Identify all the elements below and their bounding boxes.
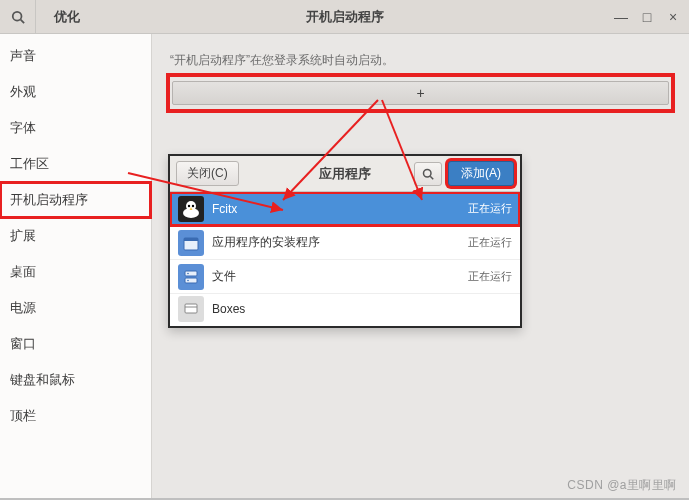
sidebar-item-power[interactable]: 电源 [0,290,151,326]
sidebar-item-label: 顶栏 [10,408,36,423]
sidebar-item-label: 工作区 [10,156,49,171]
app-name-label: Fcitx [212,202,468,216]
add-startup-button[interactable]: + [172,81,669,105]
sidebar-item-label: 声音 [10,48,36,63]
installer-icon [178,230,204,256]
startup-description: “开机启动程序”在您登录系统时自动启动。 [170,52,671,69]
app-name-label: 文件 [212,268,468,285]
sidebar-item-keyboard[interactable]: 键盘和鼠标 [0,362,151,398]
titlebar: 优化 开机启动程序 — □ × [0,0,689,34]
page-title: 开机启动程序 [306,8,384,26]
sidebar-item-extensions[interactable]: 扩展 [0,218,151,254]
sidebar-item-windows[interactable]: 窗口 [0,326,151,362]
app-status-label: 正在运行 [468,235,512,250]
app-status-label: 正在运行 [468,269,512,284]
dialog-header: 关闭(C) 应用程序 添加(A) [170,156,520,192]
sidebar-item-label: 桌面 [10,264,36,279]
svg-rect-12 [185,278,197,283]
search-icon [422,168,434,180]
svg-point-7 [192,204,194,206]
svg-point-14 [187,279,189,281]
sidebar-item-appearance[interactable]: 外观 [0,74,151,110]
svg-line-1 [20,19,24,23]
fcitx-icon [178,196,204,222]
boxes-icon [178,296,204,322]
sidebar: 声音 外观 字体 工作区 开机启动程序 扩展 桌面 电源 窗口 键盘和鼠标 顶栏 [0,34,152,498]
app-row-boxes[interactable]: Boxes [170,294,520,324]
close-button[interactable]: × [667,11,679,23]
sidebar-item-label: 外观 [10,84,36,99]
sidebar-item-topbar[interactable]: 顶栏 [0,398,151,434]
maximize-button[interactable]: □ [641,11,653,23]
svg-point-13 [187,272,189,274]
sidebar-item-startup[interactable]: 开机启动程序 [0,182,151,218]
app-status-label: 正在运行 [468,201,512,216]
dialog-search-button[interactable] [414,162,442,186]
sidebar-item-label: 字体 [10,120,36,135]
sidebar-item-sound[interactable]: 声音 [0,38,151,74]
sidebar-item-label: 开机启动程序 [10,192,88,207]
dialog-title: 应用程序 [319,165,371,183]
app-name: 优化 [36,8,98,26]
sidebar-item-fonts[interactable]: 字体 [0,110,151,146]
dialog-add-button[interactable]: 添加(A) [448,161,514,186]
button-label: 添加(A) [461,166,501,180]
svg-rect-15 [185,304,197,313]
sidebar-item-label: 窗口 [10,336,36,351]
button-label: 关闭(C) [187,166,228,180]
app-chooser-dialog: 关闭(C) 应用程序 添加(A) Fcitx 正在运行 应用程序的安装程序 正在… [168,154,522,328]
app-row-fcitx[interactable]: Fcitx 正在运行 [170,192,520,226]
sidebar-item-label: 扩展 [10,228,36,243]
sidebar-item-label: 电源 [10,300,36,315]
app-name-label: 应用程序的安装程序 [212,234,468,251]
add-plus-icon: + [416,85,424,101]
app-row-files[interactable]: 文件 正在运行 [170,260,520,294]
sidebar-item-workspaces[interactable]: 工作区 [0,146,151,182]
sidebar-item-label: 键盘和鼠标 [10,372,75,387]
minimize-button[interactable]: — [615,11,627,23]
titlebar-left: 优化 [0,0,98,33]
svg-line-3 [430,176,433,179]
add-bar-highlight: + [170,77,671,109]
svg-rect-11 [185,271,197,276]
window-controls: — □ × [605,0,689,33]
app-row-installer[interactable]: 应用程序的安装程序 正在运行 [170,226,520,260]
svg-rect-10 [184,238,198,241]
watermark: CSDN @a里啊里啊 [567,477,677,494]
svg-point-6 [188,204,190,206]
svg-point-2 [424,169,432,177]
search-button[interactable] [0,0,36,34]
search-icon [11,10,25,24]
dialog-close-button[interactable]: 关闭(C) [176,161,239,186]
files-icon [178,264,204,290]
app-name-label: Boxes [212,302,512,316]
sidebar-item-desktop[interactable]: 桌面 [0,254,151,290]
app-list[interactable]: Fcitx 正在运行 应用程序的安装程序 正在运行 文件 正在运行 Boxes [170,192,520,326]
svg-point-0 [12,11,21,20]
